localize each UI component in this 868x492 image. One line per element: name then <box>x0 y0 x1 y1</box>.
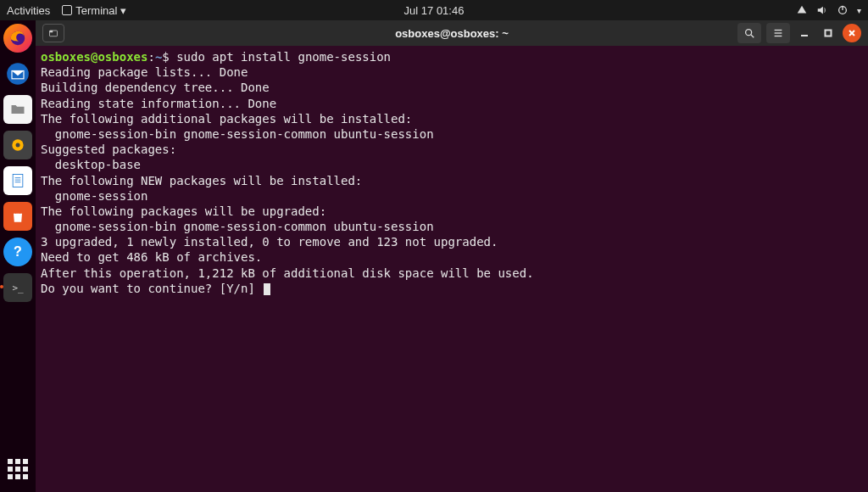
minimize-icon <box>800 29 809 37</box>
prompt-command: sudo apt install gnome-session <box>176 50 391 64</box>
folder-icon <box>9 101 26 118</box>
search-button[interactable] <box>737 23 761 43</box>
svg-line-14 <box>751 35 754 38</box>
terminal-icon <box>62 5 72 15</box>
output-line: Reading state information... Done <box>41 97 276 110</box>
prompt-dollar: $ <box>162 50 176 64</box>
terminal-prompt-icon: >_ <box>12 282 23 294</box>
close-button[interactable] <box>843 24 861 42</box>
cursor <box>264 283 270 295</box>
dock-app-help[interactable]: ? <box>3 238 32 266</box>
tab-icon <box>48 28 58 38</box>
dock: ? >_ <box>0 20 36 492</box>
output-line: gnome-session <box>41 189 147 203</box>
speaker-icon <box>9 137 26 154</box>
clock[interactable]: Jul 17 01:46 <box>404 4 465 17</box>
help-icon: ? <box>14 244 22 260</box>
prompt-userhost: osboxes@osboxes <box>41 50 147 64</box>
maximize-icon <box>824 29 832 37</box>
terminal-window: osboxes@osboxes: ~ osboxes@osboxes:~$ su… <box>36 20 868 492</box>
terminal-output[interactable]: osboxes@osboxes:~$ sudo apt install gnom… <box>36 46 868 492</box>
maximize-button[interactable] <box>819 24 837 42</box>
output-line: The following additional packages will b… <box>41 112 412 126</box>
volume-icon <box>816 4 828 16</box>
dock-app-firefox[interactable] <box>3 24 32 53</box>
menu-button[interactable] <box>766 23 790 43</box>
output-line: The following NEW packages will be insta… <box>41 174 362 187</box>
window-title: osboxes@osboxes: ~ <box>395 27 509 40</box>
search-icon <box>743 27 755 39</box>
output-line: Suggested packages: <box>41 143 176 156</box>
hamburger-icon <box>772 27 784 39</box>
app-menu[interactable]: Terminal ▾ <box>62 4 126 17</box>
prompt-sep: : <box>147 50 154 64</box>
output-line: After this operation, 1,212 kB of additi… <box>41 266 534 280</box>
activities-button[interactable]: Activities <box>7 4 50 17</box>
dock-app-files[interactable] <box>3 95 32 124</box>
output-line: desktop-base <box>41 158 141 171</box>
output-line: Reading package lists... Done <box>41 65 248 79</box>
output-line: Do you want to continue? [Y/n] <box>41 282 262 295</box>
titlebar: osboxes@osboxes: ~ <box>36 20 868 46</box>
system-tray[interactable]: ▾ <box>796 4 861 16</box>
firefox-icon <box>8 29 27 48</box>
document-icon <box>9 172 26 189</box>
output-line: 3 upgraded, 1 newly installed, 0 to remo… <box>41 235 498 249</box>
chevron-down-icon: ▾ <box>857 6 861 15</box>
svg-rect-7 <box>13 175 23 187</box>
chevron-down-icon: ▾ <box>120 4 126 17</box>
dock-app-terminal[interactable]: >_ <box>3 273 32 302</box>
svg-rect-12 <box>50 31 53 32</box>
dock-app-rhythmbox[interactable] <box>3 131 32 159</box>
app-menu-label: Terminal <box>75 4 117 17</box>
close-icon <box>848 29 856 37</box>
svg-point-6 <box>16 143 20 148</box>
output-line: Need to get 486 kB of archives. <box>41 250 262 264</box>
dock-app-thunderbird[interactable] <box>3 59 32 88</box>
network-icon <box>796 4 808 16</box>
new-tab-button[interactable] <box>42 24 64 42</box>
thunderbird-icon <box>6 62 30 86</box>
dock-app-writer[interactable] <box>3 166 32 195</box>
output-line: gnome-session-bin gnome-session-common u… <box>41 220 434 233</box>
output-line: gnome-session-bin gnome-session-common u… <box>41 127 434 141</box>
output-line: Building dependency tree... Done <box>41 81 270 94</box>
power-icon <box>837 4 849 16</box>
output-line: The following packages will be upgraded: <box>41 204 326 218</box>
svg-rect-19 <box>826 31 832 36</box>
dock-app-software[interactable] <box>3 202 32 231</box>
show-applications-button[interactable] <box>3 455 32 484</box>
svg-point-13 <box>746 30 752 36</box>
shopping-bag-icon <box>9 208 26 225</box>
top-bar: Activities Terminal ▾ Jul 17 01:46 ▾ <box>0 0 868 20</box>
minimize-button[interactable] <box>795 24 814 42</box>
